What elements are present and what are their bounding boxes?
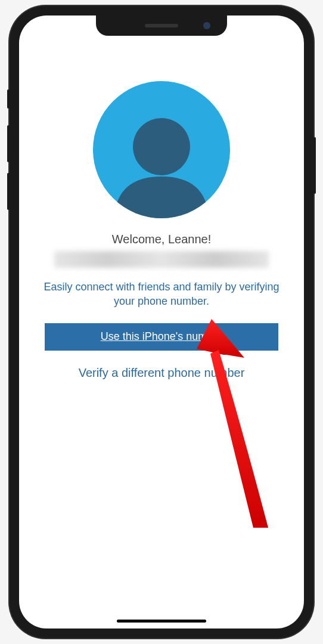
mute-switch [7, 89, 10, 109]
verify-different-number-link[interactable]: Verify a different phone number [79, 366, 245, 380]
verify-description: Easily connect with friends and family b… [19, 280, 304, 309]
welcome-greeting: Welcome, Leanne! [112, 233, 211, 246]
volume-up-button [7, 125, 10, 162]
volume-down-button [7, 173, 10, 210]
screen: Welcome, Leanne! Easily connect with fri… [19, 16, 304, 628]
avatar-placeholder-icon [93, 81, 230, 218]
use-this-iphone-number-button[interactable]: Use this iPhone's number [45, 323, 278, 351]
svg-point-0 [133, 118, 190, 175]
front-camera [203, 22, 210, 29]
home-indicator[interactable] [117, 620, 206, 623]
notch [96, 16, 227, 36]
redacted-info [54, 251, 269, 268]
speaker [145, 24, 178, 27]
onboarding-content: Welcome, Leanne! Easily connect with fri… [19, 16, 304, 628]
side-button [313, 137, 316, 194]
iphone-frame: Welcome, Leanne! Easily connect with fri… [10, 6, 313, 638]
